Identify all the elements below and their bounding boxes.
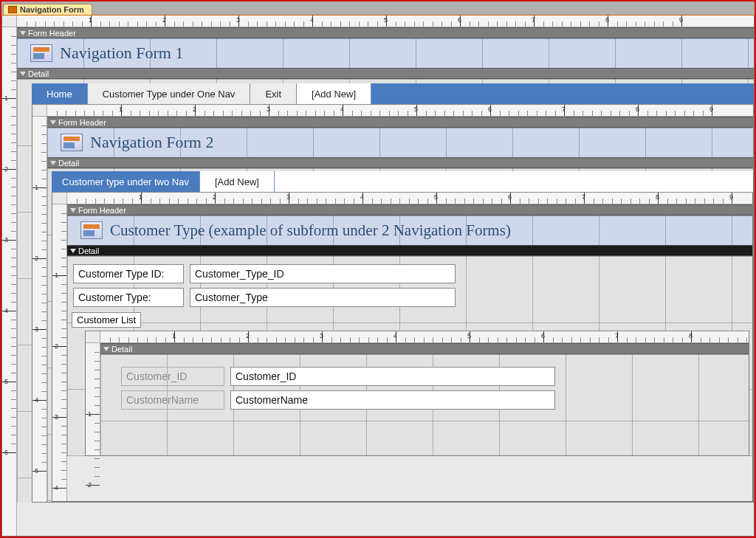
horizontal-ruler-mid: 123456789 — [32, 105, 753, 117]
section-marker-icon — [70, 249, 76, 253]
hruler[interactable]: 123456789 — [100, 331, 749, 342]
section-bar-form-header-inner[interactable]: Form Header — [67, 204, 752, 215]
section-marker-icon — [103, 347, 109, 351]
form-logo-icon — [80, 221, 103, 239]
horizontal-ruler-inner: 123456789 — [52, 193, 752, 204]
section-marker-icon — [20, 72, 26, 76]
form-header-area-outer[interactable]: Navigation Form 1 — [17, 38, 754, 68]
document-tab-strip: Navigation Form — [1, 1, 755, 15]
vertical-ruler-inner[interactable]: 1234 — [52, 204, 67, 501]
design-surface-mid: 123456789 12345 Form Header — [32, 104, 754, 503]
section-bar-detail-mid[interactable]: Detail — [47, 157, 753, 168]
ruler-corner — [2, 15, 17, 27]
label-customer-id[interactable]: Customer_ID — [121, 367, 224, 386]
section-marker-icon — [70, 208, 76, 213]
nav-tab-exit[interactable]: Exit — [250, 83, 297, 104]
section-bar-detail-inner[interactable]: Detail — [67, 245, 752, 256]
textbox-customer-type[interactable]: Customer_Type — [190, 288, 456, 307]
label-customer-type[interactable]: Customer Type: — [73, 288, 184, 307]
textbox-customer-id[interactable]: Customer_ID — [230, 367, 555, 386]
label-customer-type-id[interactable]: Customer Type ID: — [73, 264, 184, 283]
form-logo-icon — [61, 134, 83, 151]
form-title-outer[interactable]: Navigation Form 1 — [60, 44, 183, 63]
field-row-customer-id: Customer_ID Customer_ID — [115, 365, 746, 388]
nav-strip-level1: Home Customer Type under One Nav Exit [A… — [32, 83, 754, 104]
field-row-customer-type: Customer Type: Customer_Type — [67, 286, 752, 309]
nav-tab-customer-type-two[interactable]: Customer type under two Nav — [52, 171, 200, 192]
canvas-outer: Form Header Navigation Form 1 Detail Hom… — [17, 27, 754, 536]
form-title-inner[interactable]: Customer Type (example of subform under … — [110, 221, 511, 240]
nav-strip-level2: Customer type under two Nav [Add New] — [52, 171, 753, 192]
vertical-ruler-deep[interactable]: 12 — [86, 343, 100, 455]
textbox-customer-name[interactable]: CustomerName — [230, 390, 555, 410]
section-label: Detail — [28, 69, 49, 78]
detail-area-inner[interactable]: Customer Type ID: Customer_Type_ID Custo… — [67, 256, 752, 456]
app-frame: Navigation Form 123456789 123456 Form He… — [0, 0, 756, 538]
horizontal-ruler-outer: 123456789 — [2, 15, 754, 27]
nav-tab-add-new[interactable]: [Add New] — [297, 83, 371, 104]
section-bar-detail-deep[interactable]: Detail — [100, 343, 749, 354]
document-tab-label: Navigation Form — [20, 5, 84, 14]
document-tab-navigation-form[interactable]: Navigation Form — [3, 4, 92, 15]
vertical-ruler-mid[interactable]: 12345 — [32, 117, 47, 502]
design-surface-deep: 123456789 12 — [85, 331, 749, 456]
section-marker-icon — [50, 120, 56, 125]
detail-area-outer[interactable]: Home Customer Type under One Nav Exit [A… — [17, 79, 754, 503]
section-marker-icon — [20, 31, 26, 35]
nav-tab-home[interactable]: Home — [32, 83, 88, 104]
section-label: Form Header — [28, 29, 76, 38]
hruler[interactable]: 123456789 — [17, 15, 754, 27]
textbox-customer-type-id[interactable]: Customer_Type_ID — [190, 264, 456, 283]
design-surface-inner: 123456789 1234 Form Header — [52, 192, 753, 502]
form-header-area-inner[interactable]: Customer Type (example of subform under … — [67, 215, 752, 245]
nav-strip-remainder — [371, 83, 754, 104]
field-row-customer-type-id: Customer Type ID: Customer_Type_ID — [67, 262, 752, 286]
section-bar-detail-outer[interactable]: Detail — [17, 68, 754, 79]
label-customer-list[interactable]: Customer List — [72, 312, 141, 328]
detail-area-mid[interactable]: Customer type under two Nav [Add New] — [47, 168, 753, 502]
nav-tab-customer-type-one[interactable]: Customer Type under One Nav — [88, 83, 251, 104]
horizontal-ruler-deep: 123456789 — [86, 331, 749, 343]
section-bar-form-header-mid[interactable]: Form Header — [47, 117, 753, 128]
section-bar-form-header[interactable]: Form Header — [17, 27, 754, 38]
nav-tab-add-new-2[interactable]: [Add New] — [200, 171, 275, 192]
form-header-area-mid[interactable]: Navigation Form 2 — [47, 128, 753, 157]
form-title-mid[interactable]: Navigation Form 2 — [90, 133, 213, 152]
section-marker-icon — [50, 161, 56, 165]
form-icon — [8, 6, 17, 13]
design-surface-outer: 123456789 123456 Form Header Navigation … — [1, 15, 755, 537]
hruler[interactable]: 123456789 — [67, 193, 752, 204]
detail-area-deep[interactable]: Customer_ID Customer_ID CustomerName — [100, 354, 749, 455]
hruler[interactable]: 123456789 — [47, 105, 753, 116]
label-customer-name[interactable]: CustomerName — [121, 390, 224, 410]
field-row-customer-name: CustomerName CustomerName — [115, 388, 746, 412]
form-logo-icon — [30, 44, 52, 62]
vertical-ruler-outer[interactable]: 123456 — [2, 27, 17, 536]
